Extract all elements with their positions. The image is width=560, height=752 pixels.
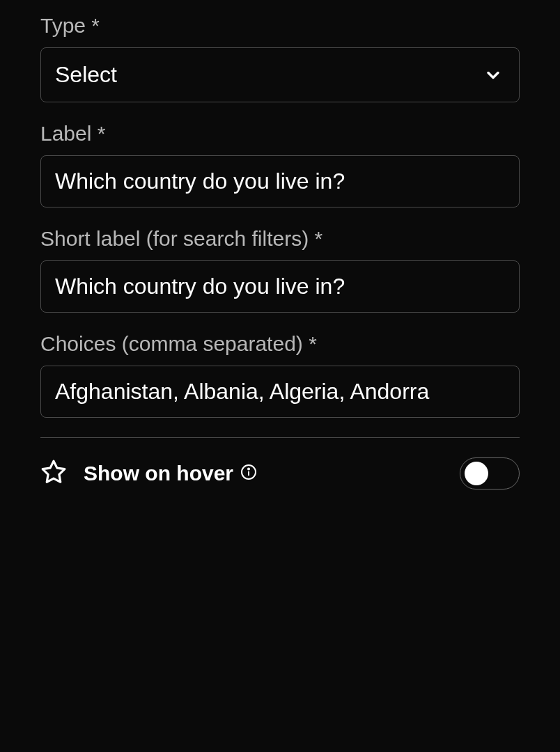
show-on-hover-toggle[interactable] [460, 457, 520, 489]
choices-input[interactable] [40, 366, 520, 418]
short-label-label: Short label (for search filters) * [40, 227, 520, 251]
toggle-knob [465, 462, 488, 485]
show-on-hover-row: Show on hover [40, 457, 520, 489]
type-label: Type * [40, 14, 520, 38]
star-icon [40, 459, 67, 488]
show-on-hover-label: Show on hover [84, 462, 443, 485]
short-label-input[interactable] [40, 260, 520, 313]
svg-point-3 [248, 469, 249, 470]
choices-label: Choices (comma separated) * [40, 332, 520, 356]
label-input[interactable] [40, 155, 520, 207]
svg-marker-0 [42, 461, 65, 482]
divider [40, 437, 520, 438]
info-icon[interactable] [240, 462, 257, 485]
type-select[interactable]: Select [40, 47, 520, 102]
type-select-wrap[interactable]: Select [40, 47, 520, 102]
label-field-label: Label * [40, 122, 520, 146]
show-on-hover-text: Show on hover [84, 462, 233, 485]
